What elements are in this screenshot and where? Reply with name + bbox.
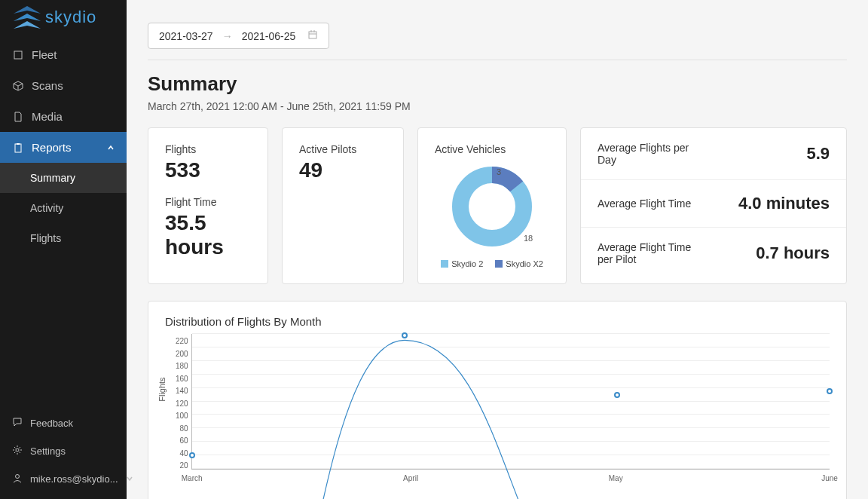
y-tick: 220 <box>176 337 188 345</box>
brand-logo[interactable]: skydio <box>0 0 127 33</box>
page-subtitle: March 27th, 2021 12:00 AM - June 25th, 2… <box>148 100 847 112</box>
sidebar-item-reports[interactable]: Reports <box>0 132 127 163</box>
layers-icon <box>12 49 24 61</box>
avg-value: 4.0 minutes <box>738 194 830 213</box>
sidebar-subitem-label: Activity <box>30 202 63 214</box>
avg-row: Average Flight Time 4.0 minutes <box>581 180 846 228</box>
sidebar-nav: Fleet Scans Media Reports Summary Activi… <box>0 33 127 403</box>
sidebar-item-label: Scans <box>32 79 63 92</box>
clipboard-icon <box>12 142 24 154</box>
date-end: 2021-06-25 <box>242 30 296 42</box>
sidebar-footer-feedback[interactable]: Feedback <box>0 409 127 437</box>
sidebar-subitem-flights[interactable]: Flights <box>0 223 127 253</box>
y-tick: 20 <box>180 461 188 470</box>
flights-value: 533 <box>165 158 251 182</box>
x-tick: June <box>821 474 838 482</box>
active-vehicles-label: Active Vehicles <box>435 143 549 155</box>
avg-value: 0.7 hours <box>756 243 830 263</box>
legend-item: Skydio 2 <box>441 259 483 268</box>
svg-rect-5 <box>309 32 316 38</box>
donut-label-top: 3 <box>497 167 501 176</box>
page-title: Summary <box>148 72 847 96</box>
sidebar-subitem-summary[interactable]: Summary <box>0 163 127 193</box>
svg-rect-1 <box>15 144 21 152</box>
y-tick: 120 <box>176 400 188 408</box>
y-axis-ticks: 22020018016014012010080604020 <box>165 334 191 485</box>
sidebar-footer-user[interactable]: mike.ross@skydio... <box>0 465 127 493</box>
footer-label: Feedback <box>30 418 73 429</box>
main-content: 2021-03-27 → 2021-06-25 Summary March 27… <box>127 0 868 499</box>
chart-area: Flights 22020018016014012010080604020 Ma… <box>165 334 830 485</box>
avg-row: Average Flight Time per Pilot 0.7 hours <box>581 228 846 279</box>
y-tick: 40 <box>180 449 188 458</box>
data-point <box>827 388 833 394</box>
avg-row: Average Flights per Day 5.9 <box>581 128 846 180</box>
flight-time-label: Flight Time <box>165 196 251 208</box>
donut-chart: 3 18 <box>448 163 536 253</box>
divider <box>148 60 847 60</box>
user-icon <box>12 473 23 485</box>
y-tick: 160 <box>176 375 188 383</box>
calendar-icon <box>307 29 318 42</box>
summary-cards: Flights 533 Flight Time 35.5 hours Activ… <box>148 127 847 284</box>
y-tick: 200 <box>176 350 188 358</box>
x-tick: April <box>403 474 418 482</box>
sidebar-item-scans[interactable]: Scans <box>0 70 127 101</box>
donut-legend: Skydio 2 Skydio X2 <box>441 259 543 268</box>
flights-label: Flights <box>165 143 251 155</box>
date-start: 2021-03-27 <box>159 30 213 42</box>
chart-plot: MarchAprilMayJune <box>191 334 830 470</box>
footer-label: Settings <box>30 445 66 457</box>
active-pilots-label: Active Pilots <box>299 143 387 155</box>
file-icon <box>12 111 24 123</box>
x-axis-ticks: MarchAprilMayJune <box>192 474 830 482</box>
footer-label: mike.ross@skydio... <box>30 473 118 485</box>
gear-icon <box>12 445 23 458</box>
sidebar: skydio Fleet Scans Media Reports Summary… <box>0 0 127 499</box>
avg-label: Average Flight Time <box>598 197 691 210</box>
sidebar-footer-settings[interactable]: Settings <box>0 437 127 465</box>
svg-point-3 <box>16 448 19 452</box>
legend-item: Skydio X2 <box>495 259 543 268</box>
sidebar-subitem-label: Summary <box>30 172 75 184</box>
card-active-vehicles: Active Vehicles 3 18 Skydio 2 Skydio X2 <box>417 127 567 284</box>
sidebar-subitem-label: Flights <box>30 232 61 244</box>
brand-name: skydio <box>45 8 96 27</box>
avg-label: Average Flight Time per Pilot <box>598 241 703 265</box>
flight-time-value: 35.5 hours <box>165 211 251 259</box>
sidebar-item-fleet[interactable]: Fleet <box>0 39 127 70</box>
y-tick: 140 <box>176 387 188 395</box>
svg-rect-2 <box>17 143 20 145</box>
x-tick: May <box>609 474 623 482</box>
brand-logo-icon <box>14 6 41 29</box>
sidebar-item-media[interactable]: Media <box>0 101 127 132</box>
y-tick: 180 <box>176 362 188 370</box>
data-point <box>614 392 620 398</box>
date-range-picker[interactable]: 2021-03-27 → 2021-06-25 <box>148 23 329 49</box>
y-axis-title: Flights <box>157 377 167 401</box>
data-point <box>402 332 408 338</box>
data-point <box>189 452 195 458</box>
svg-point-4 <box>16 475 20 479</box>
y-tick: 100 <box>176 412 188 420</box>
chevron-up-icon <box>107 141 115 154</box>
active-pilots-value: 49 <box>299 158 387 182</box>
cube-icon <box>12 80 24 92</box>
donut-label-bottom: 18 <box>524 234 533 243</box>
card-active-pilots: Active Pilots 49 <box>282 127 404 284</box>
x-tick: March <box>182 474 203 482</box>
card-distribution-chart: Distribution of Flights By Month Flights… <box>148 301 847 499</box>
sidebar-subitem-activity[interactable]: Activity <box>0 193 127 223</box>
y-tick: 60 <box>180 436 188 445</box>
arrow-right-icon: → <box>222 30 233 42</box>
avg-value: 5.9 <box>806 144 830 164</box>
card-flights-time: Flights 533 Flight Time 35.5 hours <box>148 127 268 284</box>
chart-title: Distribution of Flights By Month <box>165 315 830 328</box>
sidebar-footer: Feedback Settings mike.ross@skydio... <box>0 403 127 499</box>
comment-icon <box>12 417 23 430</box>
sidebar-item-label: Fleet <box>32 48 57 61</box>
svg-rect-0 <box>14 51 22 59</box>
card-averages: Average Flights per Day 5.9 Average Flig… <box>580 127 847 284</box>
avg-label: Average Flights per Day <box>598 142 703 166</box>
sidebar-item-label: Media <box>32 110 63 123</box>
